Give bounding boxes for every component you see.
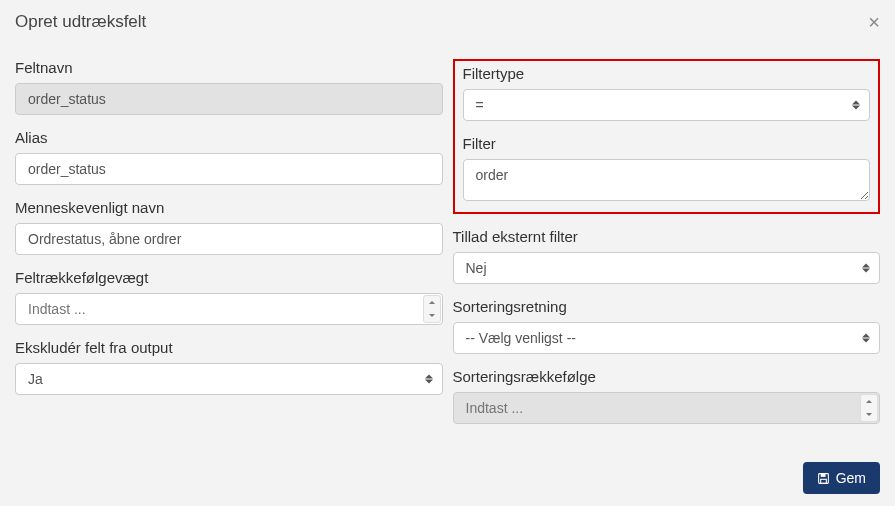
save-button-label: Gem — [836, 470, 866, 486]
feltnavn-input — [15, 83, 443, 115]
field-ekskluder: Ekskludér felt fra output Ja — [15, 339, 443, 395]
filter-label: Filter — [463, 135, 871, 152]
modal-header: Opret udtræksfelt × — [0, 0, 895, 44]
sorteringsraekke-stepper — [453, 392, 881, 424]
field-feltraekkevaegt: Feltrækkefølgevægt — [15, 269, 443, 325]
ekskluder-select[interactable]: Ja — [15, 363, 443, 395]
field-feltnavn: Feltnavn — [15, 59, 443, 115]
stepper-down-icon — [861, 408, 877, 421]
sorteringsraekke-input — [453, 392, 881, 424]
highlight-box: Filtertype = Filter order — [453, 59, 881, 214]
filtertype-label: Filtertype — [463, 65, 871, 82]
field-sorteringsretning: Sorteringsretning -- Vælg venligst -- — [453, 298, 881, 354]
modal-footer: Gem — [0, 450, 895, 506]
filtertype-select[interactable]: = — [463, 89, 871, 121]
field-menneskevenligt-navn: Menneskevenligt navn — [15, 199, 443, 255]
tilladeksternt-select-wrap[interactable]: Nej — [453, 252, 881, 284]
sorteringsraekke-label: Sorteringsrækkefølge — [453, 368, 881, 385]
ekskluder-select-wrap[interactable]: Ja — [15, 363, 443, 395]
svg-rect-1 — [820, 473, 825, 476]
feltnavn-label: Feltnavn — [15, 59, 443, 76]
filtertype-select-wrap[interactable]: = — [463, 89, 871, 121]
feltvaegt-label: Feltrækkefølgevægt — [15, 269, 443, 286]
svg-rect-2 — [820, 479, 826, 483]
save-button[interactable]: Gem — [803, 462, 880, 494]
menneske-label: Menneskevenligt navn — [15, 199, 443, 216]
alias-input[interactable] — [15, 153, 443, 185]
close-button[interactable]: × — [868, 12, 880, 32]
field-filter: Filter order — [463, 135, 871, 204]
filter-textarea[interactable]: order — [463, 159, 871, 201]
field-alias: Alias — [15, 129, 443, 185]
tilladeksternt-label: Tillad eksternt filter — [453, 228, 881, 245]
alias-label: Alias — [15, 129, 443, 146]
stepper-buttons — [860, 394, 878, 422]
column-right: Filtertype = Filter order Tillad ekstern… — [453, 59, 881, 438]
stepper-up-icon — [861, 395, 877, 408]
stepper-up-icon[interactable] — [424, 296, 440, 309]
modal-body: Feltnavn Alias Menneskevenligt navn Felt… — [0, 44, 895, 453]
field-sorteringsraekke: Sorteringsrækkefølge — [453, 368, 881, 424]
field-tillad-eksternt: Tillad eksternt filter Nej — [453, 228, 881, 284]
sorteringsretning-select[interactable]: -- Vælg venligst -- — [453, 322, 881, 354]
sorteringsretning-select-wrap[interactable]: -- Vælg venligst -- — [453, 322, 881, 354]
tilladeksternt-select[interactable]: Nej — [453, 252, 881, 284]
sorteringsretning-label: Sorteringsretning — [453, 298, 881, 315]
column-left: Feltnavn Alias Menneskevenligt navn Felt… — [15, 59, 443, 438]
save-icon — [817, 472, 830, 485]
menneske-input[interactable] — [15, 223, 443, 255]
stepper-buttons[interactable] — [423, 295, 441, 323]
modal-title: Opret udtræksfelt — [15, 12, 146, 32]
stepper-down-icon[interactable] — [424, 309, 440, 322]
field-filtertype: Filtertype = — [463, 65, 871, 121]
ekskluder-label: Ekskludér felt fra output — [15, 339, 443, 356]
feltvaegt-input[interactable] — [15, 293, 443, 325]
feltvaegt-stepper[interactable] — [15, 293, 443, 325]
